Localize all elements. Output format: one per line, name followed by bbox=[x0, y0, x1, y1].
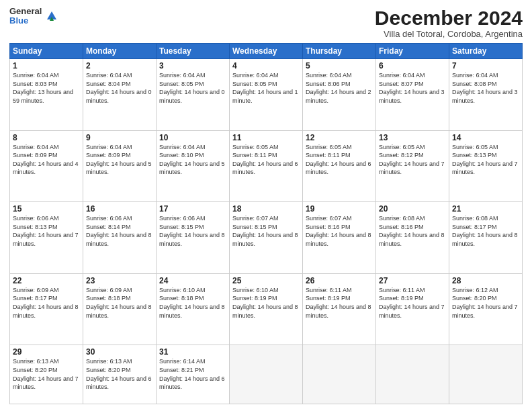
day-number: 24 bbox=[159, 276, 226, 285]
calendar-day-cell: 2Sunrise: 6:04 AMSunset: 8:04 PMDaylight… bbox=[83, 59, 157, 131]
calendar-day-cell: 1Sunrise: 6:04 AMSunset: 8:03 PMDaylight… bbox=[10, 59, 83, 131]
calendar-day-cell: 12Sunrise: 6:05 AMSunset: 8:11 PMDayligh… bbox=[303, 130, 376, 202]
day-of-week-header: Friday bbox=[376, 44, 449, 59]
day-info: Sunrise: 6:06 AMSunset: 8:15 PMDaylight:… bbox=[159, 214, 226, 248]
calendar-day-cell: 25Sunrise: 6:10 AMSunset: 8:19 PMDayligh… bbox=[230, 273, 303, 345]
day-info: Sunrise: 6:04 AMSunset: 8:05 PMDaylight:… bbox=[232, 71, 300, 105]
day-info: Sunrise: 6:07 AMSunset: 8:16 PMDaylight:… bbox=[306, 214, 373, 248]
day-of-week-header: Wednesday bbox=[230, 44, 303, 59]
calendar-day-cell: 31Sunrise: 6:14 AMSunset: 8:21 PMDayligh… bbox=[157, 345, 230, 404]
day-info: Sunrise: 6:10 AMSunset: 8:18 PMDaylight:… bbox=[159, 286, 226, 320]
calendar-day-cell: 29Sunrise: 6:13 AMSunset: 8:20 PMDayligh… bbox=[10, 345, 83, 404]
day-of-week-header: Thursday bbox=[303, 44, 376, 59]
day-info: Sunrise: 6:08 AMSunset: 8:16 PMDaylight:… bbox=[379, 214, 446, 248]
calendar-day-cell: 8Sunrise: 6:04 AMSunset: 8:09 PMDaylight… bbox=[10, 130, 83, 202]
logo-blue-text: Blue bbox=[9, 16, 42, 26]
day-info: Sunrise: 6:04 AMSunset: 8:10 PMDaylight:… bbox=[159, 143, 226, 177]
calendar-day-cell: 10Sunrise: 6:04 AMSunset: 8:10 PMDayligh… bbox=[157, 130, 230, 202]
calendar-day-cell: 14Sunrise: 6:05 AMSunset: 8:13 PMDayligh… bbox=[449, 130, 523, 202]
day-number: 10 bbox=[159, 133, 226, 142]
day-info: Sunrise: 6:09 AMSunset: 8:17 PMDaylight:… bbox=[13, 286, 80, 320]
calendar-day-cell: 26Sunrise: 6:11 AMSunset: 8:19 PMDayligh… bbox=[303, 273, 376, 345]
calendar-day-cell: 5Sunrise: 6:04 AMSunset: 8:06 PMDaylight… bbox=[303, 59, 376, 131]
day-number: 22 bbox=[13, 276, 80, 285]
calendar-week-row: 29Sunrise: 6:13 AMSunset: 8:20 PMDayligh… bbox=[10, 345, 523, 404]
day-info: Sunrise: 6:04 AMSunset: 8:03 PMDaylight:… bbox=[13, 71, 80, 105]
day-info: Sunrise: 6:04 AMSunset: 8:06 PMDaylight:… bbox=[306, 71, 373, 105]
calendar-day-cell: 11Sunrise: 6:05 AMSunset: 8:11 PMDayligh… bbox=[230, 130, 303, 202]
day-number: 20 bbox=[379, 204, 446, 214]
day-number: 26 bbox=[306, 276, 373, 285]
day-of-week-header: Monday bbox=[83, 44, 157, 59]
day-info: Sunrise: 6:11 AMSunset: 8:19 PMDaylight:… bbox=[379, 286, 446, 320]
calendar-day-cell: 27Sunrise: 6:11 AMSunset: 8:19 PMDayligh… bbox=[376, 273, 449, 345]
title-block: December 2024 Villa del Totoral, Cordoba… bbox=[375, 7, 523, 39]
calendar-header-row: SundayMondayTuesdayWednesdayThursdayFrid… bbox=[10, 44, 523, 59]
calendar-week-row: 22Sunrise: 6:09 AMSunset: 8:17 PMDayligh… bbox=[10, 273, 523, 345]
calendar-day-cell: 16Sunrise: 6:06 AMSunset: 8:14 PMDayligh… bbox=[83, 202, 157, 274]
day-number: 12 bbox=[306, 133, 373, 142]
day-info: Sunrise: 6:05 AMSunset: 8:13 PMDaylight:… bbox=[452, 143, 519, 177]
day-number: 14 bbox=[452, 133, 519, 142]
calendar-day-cell: 28Sunrise: 6:12 AMSunset: 8:20 PMDayligh… bbox=[449, 273, 523, 345]
day-info: Sunrise: 6:04 AMSunset: 8:05 PMDaylight:… bbox=[159, 71, 226, 105]
page: General Blue December 2024 Villa del Tot… bbox=[0, 0, 532, 411]
calendar-day-cell: 7Sunrise: 6:04 AMSunset: 8:08 PMDaylight… bbox=[449, 59, 523, 131]
month-title: December 2024 bbox=[375, 7, 523, 29]
day-number: 21 bbox=[452, 204, 519, 214]
day-info: Sunrise: 6:06 AMSunset: 8:13 PMDaylight:… bbox=[13, 214, 80, 248]
day-info: Sunrise: 6:04 AMSunset: 8:09 PMDaylight:… bbox=[13, 143, 80, 177]
day-number: 8 bbox=[13, 133, 80, 142]
day-number: 1 bbox=[13, 61, 80, 71]
day-number: 7 bbox=[452, 61, 519, 71]
day-number: 6 bbox=[379, 61, 446, 71]
day-info: Sunrise: 6:04 AMSunset: 8:07 PMDaylight:… bbox=[379, 71, 446, 105]
day-number: 15 bbox=[13, 204, 80, 214]
day-number: 13 bbox=[379, 133, 446, 142]
calendar-day-cell: 9Sunrise: 6:04 AMSunset: 8:09 PMDaylight… bbox=[83, 130, 157, 202]
calendar-day-cell: 3Sunrise: 6:04 AMSunset: 8:05 PMDaylight… bbox=[157, 59, 230, 131]
day-info: Sunrise: 6:04 AMSunset: 8:08 PMDaylight:… bbox=[452, 71, 519, 105]
calendar-day-cell bbox=[303, 345, 376, 404]
location-subtitle: Villa del Totoral, Cordoba, Argentina bbox=[375, 29, 523, 39]
day-number: 16 bbox=[86, 204, 153, 214]
day-number: 9 bbox=[86, 133, 153, 142]
calendar-table: SundayMondayTuesdayWednesdayThursdayFrid… bbox=[9, 43, 523, 404]
day-info: Sunrise: 6:04 AMSunset: 8:04 PMDaylight:… bbox=[86, 71, 153, 105]
calendar-day-cell: 21Sunrise: 6:08 AMSunset: 8:17 PMDayligh… bbox=[449, 202, 523, 274]
day-info: Sunrise: 6:11 AMSunset: 8:19 PMDaylight:… bbox=[306, 286, 373, 320]
day-info: Sunrise: 6:05 AMSunset: 8:11 PMDaylight:… bbox=[306, 143, 373, 177]
day-number: 23 bbox=[86, 276, 153, 285]
day-of-week-header: Sunday bbox=[10, 44, 83, 59]
day-number: 18 bbox=[232, 204, 300, 214]
day-info: Sunrise: 6:06 AMSunset: 8:14 PMDaylight:… bbox=[86, 214, 153, 248]
day-number: 2 bbox=[86, 61, 153, 71]
header: General Blue December 2024 Villa del Tot… bbox=[9, 7, 523, 39]
calendar-week-row: 15Sunrise: 6:06 AMSunset: 8:13 PMDayligh… bbox=[10, 202, 523, 274]
day-number: 29 bbox=[13, 347, 80, 357]
calendar-day-cell: 22Sunrise: 6:09 AMSunset: 8:17 PMDayligh… bbox=[10, 273, 83, 345]
day-number: 28 bbox=[452, 276, 519, 285]
calendar-day-cell: 18Sunrise: 6:07 AMSunset: 8:15 PMDayligh… bbox=[230, 202, 303, 274]
logo: General Blue bbox=[9, 7, 59, 26]
day-info: Sunrise: 6:10 AMSunset: 8:19 PMDaylight:… bbox=[232, 286, 300, 320]
day-info: Sunrise: 6:04 AMSunset: 8:09 PMDaylight:… bbox=[86, 143, 153, 177]
calendar-day-cell bbox=[230, 345, 303, 404]
day-info: Sunrise: 6:09 AMSunset: 8:18 PMDaylight:… bbox=[86, 286, 153, 320]
calendar-day-cell: 17Sunrise: 6:06 AMSunset: 8:15 PMDayligh… bbox=[157, 202, 230, 274]
day-number: 30 bbox=[86, 347, 153, 357]
calendar-day-cell: 23Sunrise: 6:09 AMSunset: 8:18 PMDayligh… bbox=[83, 273, 157, 345]
calendar-day-cell: 19Sunrise: 6:07 AMSunset: 8:16 PMDayligh… bbox=[303, 202, 376, 274]
logo-icon bbox=[44, 9, 59, 24]
day-info: Sunrise: 6:13 AMSunset: 8:20 PMDaylight:… bbox=[86, 357, 153, 391]
day-of-week-header: Tuesday bbox=[157, 44, 230, 59]
day-info: Sunrise: 6:12 AMSunset: 8:20 PMDaylight:… bbox=[452, 286, 519, 320]
calendar-day-cell: 15Sunrise: 6:06 AMSunset: 8:13 PMDayligh… bbox=[10, 202, 83, 274]
calendar-day-cell: 13Sunrise: 6:05 AMSunset: 8:12 PMDayligh… bbox=[376, 130, 449, 202]
day-info: Sunrise: 6:14 AMSunset: 8:21 PMDaylight:… bbox=[159, 357, 226, 391]
day-number: 25 bbox=[232, 276, 300, 285]
day-number: 3 bbox=[159, 61, 226, 71]
day-number: 19 bbox=[306, 204, 373, 214]
day-info: Sunrise: 6:05 AMSunset: 8:12 PMDaylight:… bbox=[379, 143, 446, 177]
calendar-day-cell: 20Sunrise: 6:08 AMSunset: 8:16 PMDayligh… bbox=[376, 202, 449, 274]
